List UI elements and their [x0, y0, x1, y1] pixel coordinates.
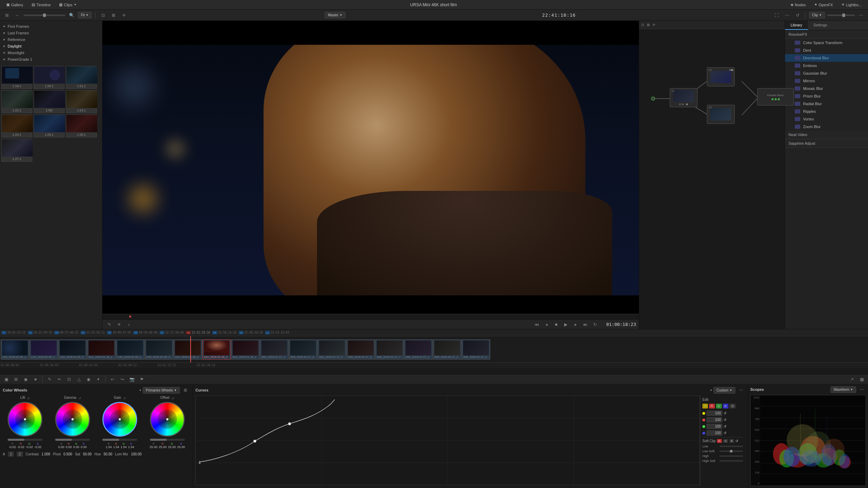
step-forward-icon[interactable]: ▸ [571, 321, 580, 328]
fx-dent[interactable]: Dent [785, 47, 868, 54]
node-01[interactable]: 01 M ⏵ ⏺ [670, 88, 698, 107]
media-thumb-5[interactable]: 1:23.1 [66, 90, 97, 113]
color-tool-redo[interactable]: ↪ [118, 376, 126, 383]
refresh-icon[interactable]: ↺ [793, 11, 802, 19]
color-tool-3[interactable]: ★ [31, 376, 40, 383]
timeline-clip-11[interactable]: A03_2016-01-27_2 [289, 339, 317, 360]
media-thumb-1[interactable]: 1:20.1 [34, 66, 65, 89]
gamma-wheel-circle[interactable] [55, 402, 90, 437]
media-thumb-3[interactable]: 1:22.1 [1, 90, 32, 113]
timeline-clip-17[interactable]: A08_2016-01-27_2 [462, 339, 490, 360]
more-options-icon[interactable]: ⋯ [783, 11, 791, 19]
sc-low-slider[interactable] [719, 446, 743, 447]
tree-item-reference[interactable]: ▸ Reference [1, 36, 101, 43]
clip-btn[interactable]: Clip ▼ [809, 12, 825, 18]
dot-indicator[interactable]: ● [139, 388, 141, 392]
timeline-clip-09[interactable]: A14_2016-01-28_2 [231, 339, 260, 360]
media-thumb-0[interactable]: 1:19.1 [1, 66, 32, 89]
nav-lightbox[interactable]: ☀ Lightbo... [838, 1, 865, 8]
media-thumb-4[interactable]: 1:56i [34, 90, 65, 113]
timeline-clip-06[interactable]: C20_2016-02-05_C [145, 339, 173, 360]
edit-reset-r[interactable]: ↺ [724, 418, 726, 422]
sc-b-btn[interactable]: B [729, 439, 734, 443]
timeline-clip-04[interactable]: A14_2016-01-28_2 [87, 339, 116, 360]
offset-reset-icon[interactable]: ↺ [172, 397, 174, 400]
timeline-clip-10[interactable]: A03_2016-01-27_2 [260, 339, 289, 360]
color-tool-right-1[interactable]: ↗ [848, 376, 856, 383]
gain-slider[interactable] [102, 439, 137, 441]
search-icon[interactable]: 🔍 [67, 11, 76, 19]
toolbar-icon-2[interactable]: ↔ [13, 11, 22, 19]
sc-high-soft-slider[interactable] [719, 460, 743, 462]
gain-reset-icon[interactable]: ↺ [123, 397, 126, 400]
node-04[interactable]: 04 [707, 105, 735, 124]
node-02[interactable]: 02 M▶ [707, 67, 735, 86]
tab-library[interactable]: Library [785, 21, 808, 30]
wheels-reset-icon[interactable]: ⊞ [181, 386, 190, 394]
grade-tab-1[interactable]: 2 [17, 452, 23, 457]
clip-zoom-slider[interactable] [827, 15, 855, 16]
media-thumb-7[interactable]: 1:25.1 [34, 115, 65, 137]
play-icon[interactable]: ▶ [562, 321, 570, 328]
timeline-clip-14[interactable]: A08_2016-01-27_2 [375, 339, 404, 360]
color-tool-magic[interactable]: ✦ [94, 376, 102, 383]
timeline-clip-03[interactable]: C20_2016-02-05_C [58, 339, 87, 360]
color-tool-pen[interactable]: ✎ [45, 376, 54, 383]
channel-y-btn[interactable]: Y [702, 404, 708, 409]
node-toolbar-icon-1[interactable]: ⊡ [641, 23, 644, 27]
timeline-clip-02[interactable]: C20_2016-02-05_1 [30, 339, 58, 360]
curves-canvas[interactable] [195, 396, 700, 485]
tree-item-moonlight[interactable]: ▸ Moonlight [1, 49, 101, 56]
color-tool-tracker[interactable]: ◉ [84, 376, 93, 383]
sc-low-soft-slider[interactable] [719, 451, 743, 452]
fx-color-space-transform[interactable]: Color Space Transform [785, 39, 868, 47]
stop-icon[interactable]: ■ [552, 321, 560, 328]
timeline-clip-08-active[interactable]: A14_2016-01-28_2 [202, 339, 231, 360]
fullscreen-icon[interactable]: ⛶ [773, 11, 781, 19]
color-tool-shape[interactable]: △ [75, 376, 83, 383]
color-tool-eyedrop[interactable]: ◉ [22, 376, 30, 383]
color-tool-1[interactable]: ▣ [2, 376, 10, 383]
nav-openfx[interactable]: ✦ OpenFX [811, 1, 836, 8]
channel-r-btn[interactable]: R [709, 404, 715, 409]
fx-emboss[interactable]: Emboss [785, 62, 868, 69]
curves-custom-btn[interactable]: Custom ▼ [713, 387, 735, 394]
color-tool-undo[interactable]: ↩ [108, 376, 117, 383]
edit-reset-y[interactable]: ↺ [724, 411, 726, 415]
channel-all-btn[interactable]: ⊡ [729, 404, 736, 409]
color-tool-brush[interactable]: ✏ [55, 376, 64, 383]
sc-reset[interactable]: ↺ [735, 439, 738, 443]
curves-more-icon[interactable]: ⋯ [737, 386, 745, 394]
viewer-icon-2[interactable]: ⊠ [109, 11, 118, 19]
timeline-clip-15[interactable]: A08_2016-01-27_2 [404, 339, 433, 360]
edit-reset-b[interactable]: ↺ [724, 431, 726, 435]
timeline-clip-16[interactable]: A08_2016-01-27_2 [433, 339, 461, 360]
lift-reset-icon[interactable]: ↺ [27, 397, 30, 400]
offset-slider[interactable] [150, 439, 185, 441]
color-tool-camera[interactable]: 📷 [128, 376, 136, 383]
node-parallel-mixer[interactable]: Parallel Mixer [757, 88, 794, 106]
timeline-clip-01[interactable]: C20_2016-02-05_1 [1, 339, 29, 360]
nav-gallery[interactable]: ▣ Gallery [3, 1, 27, 8]
node-toolbar-icon-3[interactable]: ✛ [652, 23, 655, 27]
color-tool-select[interactable]: ⊡ [65, 376, 73, 383]
nav-clips[interactable]: ▦ Clips ▼ [56, 1, 80, 8]
media-thumb-8[interactable]: 1:26.1 [66, 115, 97, 137]
color-tool-right-2[interactable]: ▦ [858, 376, 866, 383]
skip-end-icon[interactable]: ⏭ [581, 321, 590, 328]
fx-gaussian-blur[interactable]: Gaussian Blur [785, 69, 868, 77]
scopes-more-icon[interactable]: ⋯ [858, 386, 866, 393]
skip-start-icon[interactable]: ⏮ [533, 321, 541, 328]
sc-high-slider[interactable] [719, 455, 743, 457]
audio-icon[interactable]: ♪ [125, 321, 133, 328]
edit-value-g[interactable] [707, 424, 722, 429]
color-tool-2[interactable]: ⊞ [12, 376, 20, 383]
viewer-icon-3[interactable]: ✛ [120, 11, 128, 19]
edit-reset-g[interactable]: ↺ [724, 424, 726, 428]
media-thumb-2[interactable]: 1:21.1 [66, 66, 97, 89]
tree-item-daylight[interactable]: ▸ Daylight [1, 43, 101, 49]
toolbar-icon-1[interactable]: ⊞ [3, 11, 11, 19]
curves-dot[interactable]: ● [710, 388, 712, 392]
media-thumb-9[interactable]: 1:27.1 [1, 139, 32, 162]
trim-icon[interactable]: ✕ [115, 321, 123, 328]
